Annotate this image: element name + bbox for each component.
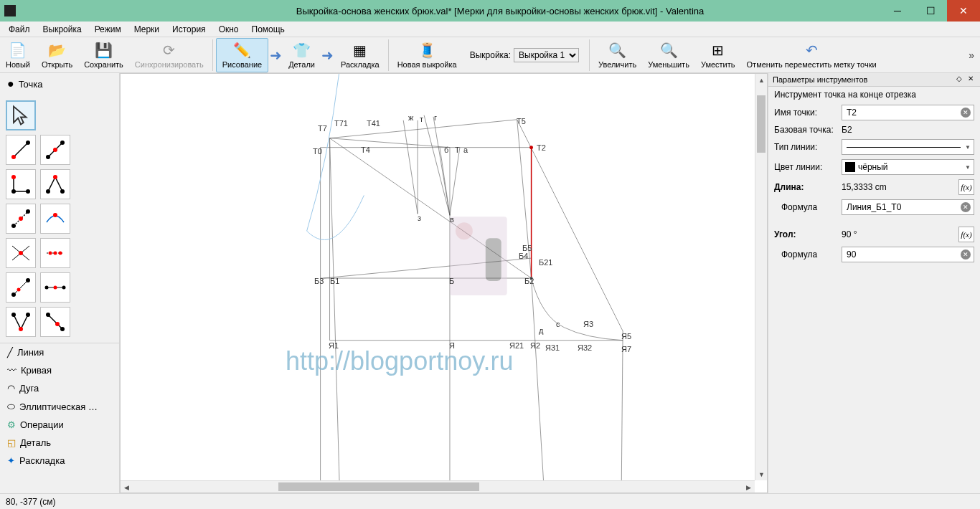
point-tool-7[interactable] — [6, 238, 36, 268]
zoom-out-button[interactable]: 🔍Уменьшить — [642, 38, 695, 72]
bullet-icon: ● — [7, 77, 14, 90]
menu-file[interactable]: Файл — [3, 23, 36, 36]
svg-point-24 — [49, 252, 52, 255]
detail-section[interactable]: ◱Деталь — [0, 434, 119, 452]
formula-length-input[interactable]: Линия_Б1_Т0✕ — [842, 199, 974, 215]
clear-icon[interactable]: ✕ — [961, 202, 971, 212]
scroll-down-button[interactable]: ▼ — [755, 468, 768, 480]
scroll-thumb-v[interactable] — [757, 95, 765, 153]
layout-mode-button[interactable]: ▦Раскладка — [335, 38, 385, 72]
toolbar-expand-button[interactable]: » — [966, 49, 977, 61]
svg-point-40 — [55, 322, 60, 326]
menu-pattern[interactable]: Выкройка — [37, 23, 88, 36]
point-tool-6[interactable] — [40, 204, 70, 234]
curve-section[interactable]: 〰Кривая — [0, 361, 119, 379]
close-panel-button[interactable]: ✕ — [966, 75, 976, 85]
svg-line-27 — [14, 280, 28, 295]
operations-section[interactable]: ⚙Операции — [0, 416, 119, 434]
menu-window[interactable]: Окно — [213, 23, 245, 36]
svg-point-36 — [19, 327, 23, 331]
panel-title-bar[interactable]: Параметры инструментов ◇ ✕ — [768, 73, 980, 87]
vertical-scrollbar[interactable]: ▲ ▼ — [755, 74, 767, 480]
svg-point-32 — [45, 286, 49, 290]
zoom-in-icon: 🔍 — [608, 42, 626, 59]
coords-display: 80, -377 (см) — [6, 497, 56, 507]
point-tool-3[interactable] — [6, 169, 36, 199]
scroll-left-button[interactable]: ◀ — [121, 481, 133, 493]
arrow-right-icon: ➜ — [268, 38, 283, 72]
point-tool-5[interactable] — [6, 204, 36, 234]
svg-point-30 — [26, 278, 30, 282]
status-bar: 80, -377 (см) — [0, 493, 980, 509]
line-color-dropdown[interactable]: чёрный — [842, 159, 974, 175]
line-section[interactable]: ╱Линия — [0, 343, 119, 361]
point-name-input[interactable]: Т2✕ — [842, 105, 974, 120]
menu-history[interactable]: История — [166, 23, 212, 36]
svg-point-34 — [62, 286, 66, 290]
window-title: Выкройка-основа женских брюк.val* [Мерки… — [20, 6, 980, 16]
menu-measurements[interactable]: Мерки — [128, 23, 165, 36]
close-button[interactable]: ✕ — [947, 0, 980, 22]
svg-line-38 — [48, 315, 62, 329]
drawing-canvas[interactable] — [121, 74, 767, 493]
pattern-dropdown[interactable]: Выкройка 1 — [514, 48, 579, 62]
svg-line-63 — [450, 148, 460, 216]
open-button[interactable]: 📂Открыть — [36, 38, 78, 72]
menu-mode[interactable]: Режим — [89, 23, 127, 36]
scroll-right-button[interactable]: ▶ — [743, 481, 755, 493]
base-point-value: Б2 — [842, 125, 974, 135]
sync-button[interactable]: ⟳Синхронизировать — [129, 38, 209, 72]
draw-mode-button[interactable]: ✏️Рисование — [216, 38, 268, 72]
point-tool-9[interactable] — [6, 272, 36, 303]
fx-length-button[interactable]: f(x) — [958, 179, 974, 195]
zoom-fit-button[interactable]: ⊞Уместить — [695, 38, 741, 72]
minimize-button[interactable]: ─ — [881, 0, 914, 22]
point-tool-11[interactable] — [6, 307, 36, 337]
line-type-dropdown[interactable] — [842, 139, 974, 155]
svg-rect-69 — [486, 238, 501, 281]
details-mode-button[interactable]: 👕Детали — [283, 38, 321, 72]
title-bar: Выкройка-основа женских брюк.val* [Мерки… — [0, 0, 980, 22]
canvas-area[interactable]: http://blogportnoy.ru Т7 Т71 Т41 ж т г Т… — [120, 73, 768, 493]
pencil-icon: ✏️ — [233, 42, 251, 59]
save-icon: 💾 — [95, 42, 113, 59]
undock-button[interactable]: ◇ — [954, 75, 964, 85]
scroll-up-button[interactable]: ▲ — [755, 74, 768, 86]
svg-point-18 — [26, 209, 30, 214]
point-tool-8[interactable] — [40, 238, 70, 268]
save-button[interactable]: 💾Сохранить — [78, 38, 129, 72]
svg-line-62 — [440, 148, 450, 216]
fx-angle-button[interactable]: f(x) — [958, 227, 974, 242]
svg-point-5 — [53, 148, 57, 152]
scroll-thumb-h[interactable] — [278, 482, 479, 491]
cursor-tool[interactable] — [6, 100, 36, 130]
elliptical-section[interactable]: ⬭Эллиптическая … — [0, 397, 119, 416]
new-button[interactable]: 📄Новый — [0, 38, 36, 72]
point-tool-4[interactable] — [40, 169, 70, 199]
svg-point-12 — [46, 189, 50, 194]
horizontal-scrollbar[interactable]: ◀ ▶ — [121, 480, 755, 493]
arc-section[interactable]: ◠Дуга — [0, 379, 119, 397]
formula-angle-input[interactable]: 90✕ — [842, 247, 974, 262]
undo-move-button[interactable]: ↶Отменить переместить метку точки — [741, 38, 882, 72]
svg-point-16 — [11, 224, 16, 228]
zoom-in-button[interactable]: 🔍Увеличить — [593, 38, 642, 72]
svg-point-2 — [26, 141, 30, 145]
svg-line-0 — [14, 143, 28, 157]
clear-icon[interactable]: ✕ — [961, 249, 971, 260]
svg-point-4 — [46, 155, 50, 159]
new-pattern-icon: 🧵 — [418, 42, 436, 59]
svg-point-26 — [59, 252, 62, 255]
menu-help[interactable]: Помощь — [246, 23, 291, 36]
maximize-button[interactable]: ☐ — [914, 0, 947, 22]
svg-point-6 — [60, 141, 65, 145]
point-tool-1[interactable] — [6, 135, 36, 165]
new-pattern-button[interactable]: 🧵Новая выкройка — [392, 38, 463, 72]
point-tool-12[interactable] — [40, 307, 70, 337]
undo-icon: ↶ — [806, 42, 818, 59]
point-section-header[interactable]: ●Точка — [0, 73, 119, 95]
layout-section[interactable]: ✦Раскладка — [0, 452, 119, 470]
point-tool-10[interactable] — [40, 272, 70, 303]
point-tool-2[interactable] — [40, 135, 70, 165]
clear-icon[interactable]: ✕ — [961, 108, 971, 118]
